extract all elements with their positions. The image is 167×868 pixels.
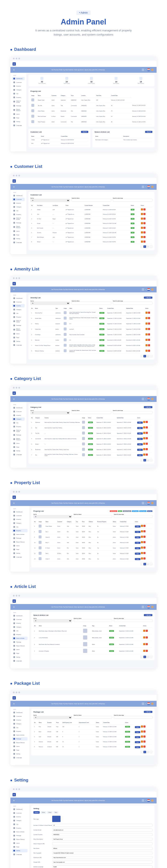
sidebar-item-dashboard[interactable]: Dashboard — [12, 711, 28, 714]
app-logo[interactable]: E — [12, 282, 16, 285]
sidebar-item-customer[interactable]: Customer — [12, 618, 28, 621]
table-row[interactable]: 1ApartmentSwimming Pool, Garden Delta, P… — [31, 420, 153, 425]
page-1[interactable]: 1 — [143, 245, 146, 248]
sidebar-item-package[interactable]: Package — [12, 536, 28, 540]
sidebar-item-customer[interactable]: Customer — [12, 514, 28, 517]
sidebar-item-city[interactable]: City — [12, 209, 25, 212]
sidebar-item-news---article[interactable]: News & Article — [12, 637, 28, 640]
sidebar-item-dashboard[interactable]: Dashboard — [12, 194, 25, 197]
table-row[interactable]: 2Garden DeltaradiobuttonHerbal Private M… — [31, 316, 153, 321]
sidebar-item-category[interactable]: Category — [12, 522, 28, 525]
filter-name-input[interactable] — [74, 515, 112, 518]
view-button[interactable]: View — [135, 553, 140, 555]
flag-icon[interactable] — [147, 398, 150, 400]
sidebar-item-setting[interactable]: Setting — [12, 552, 28, 555]
filter-name-input[interactable] — [74, 716, 112, 719]
table-row[interactable]: 9Haven E.AdminFlatSurat50000BhujNoActive… — [33, 534, 153, 540]
edit-button[interactable] — [141, 557, 143, 559]
filter-date-input[interactable] — [113, 199, 153, 202]
table-row[interactable]: 13Green P.AdminVillaSurat50000BhujYesAct… — [33, 556, 153, 562]
sidebar-item-page[interactable]: Page — [12, 336, 25, 339]
filter-name-input[interactable] — [72, 411, 111, 414]
fullscreen-icon[interactable] — [142, 398, 144, 400]
filter-name-input[interactable] — [74, 619, 112, 622]
edit-button[interactable] — [143, 630, 145, 632]
avatar[interactable] — [151, 398, 154, 400]
delete-button[interactable] — [148, 322, 150, 324]
edit-button[interactable] — [141, 530, 143, 532]
sidebar-item-setting[interactable]: Setting — [12, 655, 28, 659]
view-button[interactable]: View — [135, 542, 140, 544]
delete-button[interactable] — [146, 643, 148, 645]
delete-button[interactable] — [143, 530, 145, 532]
add-button[interactable]: + Add new — [144, 711, 153, 713]
sidebar-item-dashboard[interactable]: Dashboard — [12, 808, 28, 811]
edit-button[interactable] — [145, 333, 147, 336]
view-button[interactable]: View — [137, 443, 143, 445]
sidebar-item-city[interactable]: City — [12, 726, 28, 729]
avatar[interactable] — [151, 502, 154, 504]
sidebar-item-customer[interactable]: Customer — [12, 410, 25, 413]
sidebar-item-users[interactable]: Users — [12, 442, 25, 445]
add-button[interactable]: + Add new — [144, 406, 153, 408]
delete-button[interactable] — [143, 525, 145, 527]
view-button[interactable]: View — [137, 422, 143, 424]
field-input[interactable] — [52, 829, 153, 831]
sidebar-item-customer[interactable]: Customer — [12, 300, 25, 304]
edit-button[interactable] — [145, 339, 147, 341]
delete-button[interactable] — [143, 218, 145, 220]
edit-button[interactable] — [141, 552, 143, 554]
sidebar-item-setting[interactable]: Setting — [12, 449, 25, 453]
table-row[interactable]: 3Real Estate Wire Fraud Making A Comebac… — [33, 641, 153, 648]
filter-sort-select[interactable]: All — [31, 302, 70, 305]
page-next[interactable]: › — [150, 656, 153, 658]
delete-button[interactable] — [146, 426, 148, 429]
flag-icon[interactable] — [147, 502, 150, 504]
table-row[interactable]: 2Basic3 Month19951ActiveFebruary 14, 202… — [33, 729, 153, 734]
edit-button[interactable] — [141, 218, 143, 220]
sidebar-item-category[interactable]: Category — [12, 308, 25, 311]
sidebar-item-page[interactable]: Page — [12, 233, 25, 237]
table-row[interactable]: 6ResidentialSwimming Pool, Garden Delta,… — [31, 447, 153, 452]
edit-button[interactable] — [145, 328, 147, 330]
table-row[interactable]: 5Erik Franecki---er***@gmail.com12345678… — [31, 226, 153, 230]
sidebar-item-users[interactable]: Users — [12, 544, 28, 547]
sidebar-item-language[interactable]: Language — [12, 343, 25, 347]
delete-button[interactable] — [143, 736, 145, 738]
delete-button[interactable] — [143, 241, 145, 243]
sidebar-item-news---article[interactable]: News & Article — [12, 830, 28, 834]
sidebar-item-city[interactable]: City — [12, 525, 28, 529]
table-row[interactable]: 3Parkingdropdown2, 4ActiveSeptember 17, … — [31, 321, 153, 327]
sidebar-item-report-reason[interactable]: Report Reason — [12, 838, 28, 841]
notification-badge[interactable]: 4 — [145, 289, 146, 290]
edit-button[interactable] — [141, 208, 143, 211]
sidebar-item-report-reason[interactable]: Report Reason — [12, 328, 25, 332]
status-badge[interactable]: ON — [131, 232, 134, 234]
notification-badge[interactable]: 4 — [145, 703, 146, 704]
table-row[interactable]: 4Centuries Of Property#RealActiveSeptemb… — [33, 648, 153, 654]
view-all-button[interactable]: View All — [81, 131, 88, 133]
flag-icon[interactable] — [147, 288, 150, 291]
page-2[interactable]: 2 — [147, 459, 149, 462]
filter-tag[interactable]: Add New — [147, 510, 153, 512]
delete-button[interactable] — [143, 541, 145, 543]
settings-tab-more[interactable]: More — [54, 811, 58, 814]
flag-icon[interactable] — [147, 606, 150, 608]
delete-button[interactable] — [146, 650, 148, 652]
sidebar-item-package[interactable]: Package — [12, 324, 25, 327]
sidebar-item-package[interactable]: Package — [12, 737, 28, 741]
table-row[interactable]: 7Micah RempelJohnmi***@gmail.com12345678… — [31, 235, 153, 240]
table-row[interactable]: 5Sky V.AdminFlatSurat50000BhujYesActiveF… — [33, 529, 153, 534]
table-row[interactable]: 2Luxury Real Estate#Real_Estate_GuideAct… — [33, 634, 153, 641]
edit-button[interactable] — [143, 454, 145, 456]
sidebar-item-category[interactable]: Category — [12, 625, 28, 629]
sidebar-item-users[interactable]: Users — [12, 332, 25, 336]
table-row[interactable]: 5Premium12 Month599101ActiveFebruary 14,… — [33, 744, 153, 749]
edit-button[interactable] — [141, 741, 143, 743]
edit-button[interactable] — [141, 736, 143, 738]
settings-tab-others[interactable]: Others — [47, 811, 53, 814]
filter-date-input[interactable] — [114, 716, 153, 719]
page-prev[interactable]: ‹ — [140, 355, 143, 358]
filter-tag[interactable]: Advertisement — [110, 510, 117, 512]
sidebar-item-dashboard[interactable]: Dashboard — [12, 297, 25, 300]
